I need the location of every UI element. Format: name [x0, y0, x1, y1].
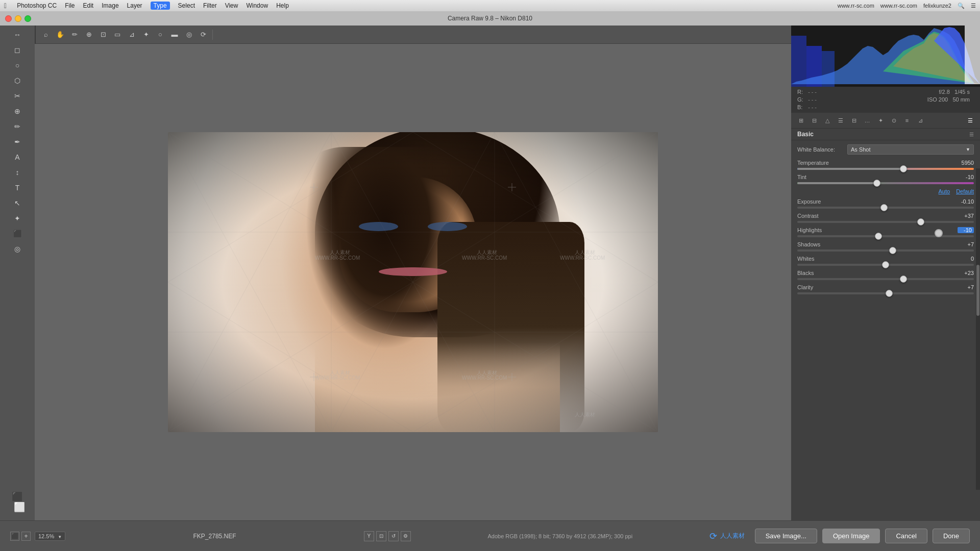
- move-tool[interactable]: ↔: [9, 28, 26, 42]
- crop-icon-status[interactable]: ⊡: [376, 531, 386, 541]
- menu-file[interactable]: File: [65, 2, 75, 9]
- tone-curve-icon[interactable]: ⊟: [808, 115, 820, 126]
- settings-icon-status[interactable]: ⚙: [401, 531, 411, 541]
- menu-filter[interactable]: Filter: [203, 2, 217, 9]
- text-tool[interactable]: ◎: [9, 242, 26, 256]
- whites-value[interactable]: 0: [958, 256, 974, 262]
- scrollbar-thumb[interactable]: [976, 265, 979, 316]
- transform-tool[interactable]: ⊿: [126, 29, 138, 41]
- menu-window[interactable]: Window: [246, 2, 268, 9]
- white-balance-tool[interactable]: ✏: [68, 29, 81, 41]
- contrast-value[interactable]: +37: [958, 213, 974, 219]
- blacks-track[interactable]: [797, 278, 974, 280]
- temperature-track[interactable]: [797, 168, 974, 170]
- wand-tool[interactable]: ⬡: [9, 73, 26, 88]
- eyedropper-tool[interactable]: ⊕: [9, 104, 26, 118]
- shadows-thumb[interactable]: [889, 247, 896, 254]
- auto-button[interactable]: Auto: [939, 188, 950, 194]
- menu-image[interactable]: Image: [102, 2, 118, 9]
- done-button[interactable]: Done: [933, 529, 970, 543]
- menu-help[interactable]: Help: [276, 2, 289, 9]
- shadows-value[interactable]: +7: [958, 241, 974, 247]
- crop-tool[interactable]: ⊡: [97, 29, 109, 41]
- temperature-thumb[interactable]: [900, 165, 907, 172]
- eraser-tool[interactable]: T: [9, 181, 26, 195]
- menubar-search-icon[interactable]: 🔍: [958, 3, 965, 9]
- tint-thumb[interactable]: [873, 180, 880, 187]
- menubar-menu-icon[interactable]: ☰: [971, 3, 976, 9]
- menu-photoshop[interactable]: Photoshop CC: [17, 2, 57, 9]
- hsl-icon[interactable]: ☰: [835, 115, 846, 126]
- clarity-thumb[interactable]: [886, 290, 893, 297]
- apple-menu[interactable]: : [4, 2, 7, 10]
- clarity-track[interactable]: [797, 292, 974, 294]
- color-sampler-tool[interactable]: ⊕: [83, 29, 95, 41]
- adjustment-brush[interactable]: ⟳: [197, 29, 209, 41]
- right-scrollbar[interactable]: [976, 168, 980, 490]
- spot-removal[interactable]: ✦: [140, 29, 152, 41]
- tint-track[interactable]: [797, 182, 974, 184]
- zoom-tool[interactable]: ⌕: [40, 29, 52, 41]
- temperature-value[interactable]: 5950: [958, 160, 974, 166]
- zoom-display[interactable]: 12.5% ▼: [35, 532, 65, 541]
- menu-view[interactable]: View: [225, 2, 238, 9]
- open-image-button[interactable]: Open Image: [822, 529, 880, 543]
- wb-select[interactable]: As Shot ▼: [847, 144, 974, 155]
- highlights-thumb[interactable]: [875, 233, 882, 240]
- history-icon[interactable]: ☰: [965, 115, 976, 126]
- marquee-tool[interactable]: ◻: [9, 43, 26, 57]
- detail-icon[interactable]: △: [822, 115, 833, 126]
- healing-brush[interactable]: ✏: [9, 119, 26, 134]
- menu-layer[interactable]: Layer: [127, 2, 142, 9]
- background-color[interactable]: ⬜: [11, 500, 28, 514]
- crop-tool-left[interactable]: ✂: [9, 89, 26, 103]
- maximize-button[interactable]: [24, 15, 31, 22]
- menu-edit[interactable]: Edit: [83, 2, 94, 9]
- shadows-track[interactable]: [797, 249, 974, 252]
- clone-stamp[interactable]: A: [9, 150, 26, 164]
- tint-value[interactable]: -10: [958, 174, 974, 180]
- whites-track[interactable]: [797, 264, 974, 266]
- default-button[interactable]: Default: [956, 188, 974, 194]
- effects-icon[interactable]: ✦: [875, 115, 886, 126]
- blacks-thumb[interactable]: [900, 276, 907, 283]
- highlights-track[interactable]: [797, 235, 974, 237]
- rotate-icon-status[interactable]: ↺: [388, 531, 399, 541]
- red-eye[interactable]: ○: [154, 29, 166, 41]
- radial-filter[interactable]: ◎: [183, 29, 195, 41]
- minimize-button[interactable]: [15, 15, 21, 22]
- split-toning-icon[interactable]: ⊟: [848, 115, 860, 126]
- color-space-icon[interactable]: Y: [364, 531, 374, 541]
- gradient-tool[interactable]: ↖: [9, 196, 26, 210]
- menu-type[interactable]: Type: [151, 2, 170, 10]
- highlights-value[interactable]: -10: [958, 227, 974, 233]
- status-icon-2[interactable]: +: [21, 532, 31, 541]
- brush-tool[interactable]: ✒: [9, 135, 26, 149]
- lasso-tool[interactable]: ○: [9, 58, 26, 72]
- exposure-track[interactable]: [797, 207, 974, 209]
- save-image-button[interactable]: Save Image...: [755, 529, 817, 543]
- blur-tool[interactable]: ✦: [9, 211, 26, 226]
- lens-icon[interactable]: …: [862, 115, 873, 126]
- basic-panel-icon[interactable]: ⊞: [795, 115, 806, 126]
- exposure-value[interactable]: -0.10: [958, 198, 974, 205]
- pen-tool[interactable]: ⬛: [9, 227, 26, 241]
- panel-menu-icon[interactable]: ☰: [969, 132, 974, 137]
- menu-select[interactable]: Select: [178, 2, 195, 9]
- contrast-thumb[interactable]: [917, 218, 924, 226]
- whites-thumb[interactable]: [882, 261, 889, 268]
- cancel-button[interactable]: Cancel: [885, 529, 927, 543]
- calibration-icon[interactable]: ⊙: [888, 115, 899, 126]
- presets-icon[interactable]: ≡: [901, 115, 913, 126]
- straighten-tool[interactable]: ▭: [111, 29, 124, 41]
- blacks-value[interactable]: +23: [958, 270, 974, 276]
- history-brush[interactable]: ↕: [9, 165, 26, 180]
- exposure-thumb[interactable]: [880, 204, 888, 211]
- close-button[interactable]: [5, 15, 12, 22]
- snapshots-icon[interactable]: ⊿: [915, 115, 926, 126]
- status-icon-1[interactable]: ⬛: [10, 532, 19, 541]
- clarity-value[interactable]: +7: [958, 284, 974, 290]
- hand-tool[interactable]: ✋: [54, 29, 66, 41]
- graduated-filter[interactable]: ▬: [168, 29, 181, 41]
- contrast-track[interactable]: [797, 221, 974, 223]
